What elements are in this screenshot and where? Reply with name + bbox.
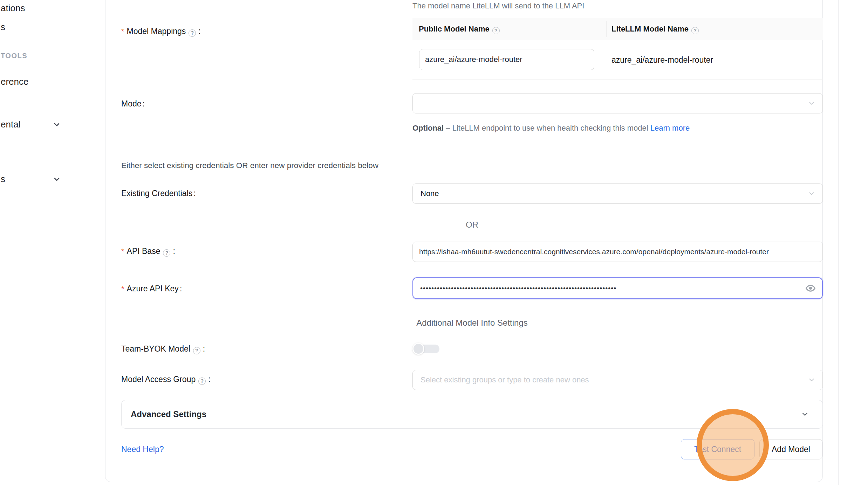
chevron-down-icon [808, 190, 815, 198]
eye-toggle-icon[interactable] [805, 283, 816, 293]
table-column-divider [606, 21, 607, 37]
litellm-model-name-header: LiteLLM Model Name? [606, 18, 823, 40]
public-model-name-header: Public Model Name? [412, 18, 606, 40]
model-access-group-label: Model Access Group?: [121, 375, 211, 385]
label-colon: : [173, 247, 175, 256]
label-text: Team-BYOK Model [121, 344, 190, 353]
label-colon: : [180, 284, 182, 293]
select-placeholder: Select existing groups or type to create… [421, 375, 589, 384]
api-base-label: *API Base?: [121, 247, 175, 257]
divider-line [542, 323, 823, 323]
help-tooltip-icon[interactable]: ? [198, 377, 206, 385]
test-connect-button[interactable]: Test Connect [681, 439, 754, 459]
selected-value: None [421, 189, 439, 198]
helper-text: – LiteLLM endpoint to use when health ch… [444, 124, 650, 132]
chevron-down-icon [808, 99, 815, 107]
model-mappings-table: Public Model Name? LiteLLM Model Name? a… [412, 18, 823, 80]
toggle-knob [412, 343, 424, 355]
label-text: Existing Credentials [121, 189, 192, 198]
required-asterisk: * [121, 284, 124, 293]
header-text: LiteLLM Model Name [611, 25, 689, 33]
label-text: Model Mappings [127, 27, 186, 36]
model-access-group-select[interactable]: Select existing groups or type to create… [412, 370, 823, 390]
help-tooltip-icon[interactable]: ? [691, 27, 699, 34]
litellm-model-name-helper: The model name LiteLLM will send to the … [412, 1, 584, 11]
additional-model-info-divider: Additional Model Info Settings [121, 318, 823, 328]
azure-api-key-label: *Azure API Key: [121, 284, 182, 293]
model-mappings-table-header: Public Model Name? LiteLLM Model Name? [412, 18, 823, 40]
chevron-down-icon [801, 410, 809, 418]
label-colon: : [198, 27, 200, 36]
required-asterisk: * [121, 247, 124, 256]
model-mappings-label: *Model Mappings?: [121, 27, 201, 37]
litellm-model-name-value: azure_ai/azure-model-router [611, 55, 713, 65]
header-text: Public Model Name [419, 25, 490, 33]
advanced-settings-panel[interactable]: Advanced Settings [121, 400, 823, 429]
masked-password-value: ••••••••••••••••••••••••••••••••••••••••… [420, 284, 792, 292]
chevron-down-icon [808, 376, 815, 384]
team-byok-toggle[interactable] [414, 345, 439, 353]
or-divider-text: OR [466, 220, 478, 230]
help-tooltip-icon[interactable]: ? [193, 347, 200, 354]
label-colon: : [193, 189, 196, 198]
learn-more-link[interactable]: Learn more [650, 124, 690, 132]
help-tooltip-icon[interactable]: ? [189, 29, 196, 37]
optional-text: Optional [412, 124, 444, 132]
team-byok-label: Team-BYOK Model?: [121, 344, 205, 354]
help-tooltip-icon[interactable]: ? [163, 249, 170, 257]
label-text: Azure API Key [127, 284, 179, 293]
existing-credentials-label: Existing Credentials: [121, 189, 196, 198]
mode-label: Mode: [121, 99, 145, 109]
label-text: Mode [121, 99, 142, 108]
or-divider: OR [121, 220, 823, 230]
add-model-form: The model name LiteLLM will send to the … [0, 0, 868, 485]
existing-credentials-select[interactable]: None [412, 183, 823, 204]
azure-api-key-input[interactable]: ••••••••••••••••••••••••••••••••••••••••… [412, 277, 823, 299]
divider-line [493, 225, 823, 225]
label-colon: : [203, 344, 205, 353]
mode-helper-text: Optional – LiteLLM endpoint to use when … [412, 121, 700, 135]
api-base-input[interactable] [412, 242, 823, 262]
label-text: Model Access Group [121, 375, 196, 384]
section-divider-text: Additional Model Info Settings [416, 318, 528, 328]
mode-select[interactable] [412, 93, 823, 113]
divider-line [121, 323, 402, 323]
model-mappings-table-row: azure_ai/azure-model-router [412, 40, 823, 80]
help-tooltip-icon[interactable]: ? [492, 27, 500, 34]
divider-line [121, 225, 451, 225]
label-text: API Base [127, 247, 160, 256]
required-asterisk: * [121, 27, 124, 36]
add-model-button[interactable]: Add Model [759, 439, 822, 459]
advanced-settings-label: Advanced Settings [131, 409, 206, 419]
label-colon: : [208, 375, 210, 384]
public-model-name-input[interactable] [419, 49, 594, 70]
label-colon: : [143, 99, 145, 108]
credentials-note: Either select existing credentials OR en… [121, 161, 378, 170]
need-help-link[interactable]: Need Help? [121, 445, 164, 454]
